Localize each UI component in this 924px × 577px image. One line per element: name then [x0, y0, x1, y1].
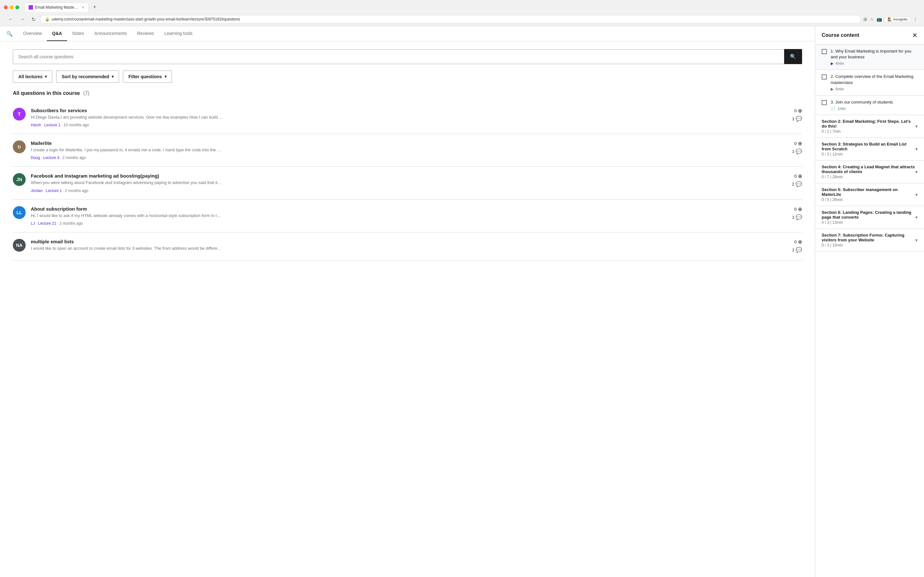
course-item[interactable]: 3. Join our community of students 📄 1min — [815, 95, 924, 115]
upvote-icon[interactable]: ⊕ — [798, 108, 802, 114]
section-item-s3[interactable]: Section 3: Strategies to Build an Email … — [815, 138, 924, 161]
comment-stat: 1 💬 — [792, 148, 802, 155]
tab-notes[interactable]: Notes — [67, 26, 89, 41]
upvote-stat: 0 ⊕ — [795, 239, 802, 245]
question-stats: 0 ⊕ 1 💬 — [783, 239, 802, 253]
avatar: D — [13, 140, 26, 153]
author-link[interactable]: Doug — [31, 155, 40, 160]
sort-filter[interactable]: Sort by recommended ▾ — [56, 71, 119, 83]
comment-icon: 💬 — [796, 214, 802, 220]
search-submit-btn[interactable]: 🔍 — [784, 49, 802, 64]
search-input[interactable] — [13, 49, 784, 64]
question-title[interactable]: Subscribers for services — [31, 108, 778, 113]
question-title[interactable]: Facebook and Instagram marketing ad boos… — [31, 173, 778, 179]
author-link[interactable]: Jordan — [31, 189, 43, 193]
filter-row: All lectures ▾ Sort by recommended ▾ Fil… — [13, 71, 802, 83]
question-body: About subscription form Hi, I would like… — [31, 206, 778, 226]
play-icon: ▶ — [830, 87, 834, 91]
upvote-stat: 0 ⊕ — [795, 140, 802, 147]
lesson-title: 3. Join our community of students — [830, 99, 918, 105]
sidebar-header: Course content ✕ — [815, 26, 924, 45]
browser-tab[interactable]: Email Marketing Masterclass: S × — [24, 3, 89, 12]
question-list: T Subscribers for services Hi Diego Davi… — [13, 101, 802, 261]
lecture-link[interactable]: Lecture 4 — [43, 155, 59, 160]
close-window-btn[interactable] — [4, 5, 8, 9]
comment-count: 2 — [792, 182, 795, 187]
bookmark-btn[interactable]: ☆ — [870, 17, 874, 22]
filter-questions-btn[interactable]: Filter questions ▾ — [123, 71, 172, 83]
play-icon: ▶ — [830, 61, 834, 66]
section-item-s7[interactable]: Section 7: Subscription Forms: Capturing… — [815, 229, 924, 251]
question-title[interactable]: About subscription form — [31, 206, 778, 211]
upvote-count: 0 — [795, 174, 796, 179]
question-title[interactable]: Mailerlite — [31, 140, 778, 146]
menu-btn[interactable]: ⋮ — [913, 17, 918, 22]
lecture-link[interactable]: Lecture 21 — [38, 221, 57, 226]
search-icon[interactable]: 🔍 — [6, 31, 13, 37]
section-meta: 0 / 5 | 26min — [822, 197, 915, 202]
upvote-icon[interactable]: ⊕ — [798, 173, 802, 179]
lesson-checkbox[interactable] — [822, 100, 827, 105]
address-bar[interactable]: 🔒 udemy.com/course/email-marketing-maste… — [40, 15, 861, 23]
tab-qa[interactable]: Q&A — [47, 26, 67, 41]
section-title-text: Section 5: Subscriber management on Mail… — [822, 187, 915, 197]
reload-btn[interactable]: ↻ — [29, 16, 37, 23]
section-item-s2[interactable]: Section 2: Email Marketing: First Steps.… — [815, 115, 924, 138]
upvote-icon[interactable]: ⊕ — [798, 140, 802, 147]
author-link[interactable]: LJ — [31, 221, 35, 226]
lesson-checkbox[interactable] — [822, 49, 827, 54]
question-stats: 0 ⊕ 2 💬 — [783, 173, 802, 187]
upvote-count: 0 — [795, 207, 796, 211]
question-preview: I would like to open an account to creat… — [31, 245, 778, 251]
extensions-btn[interactable]: ⊞ — [863, 17, 867, 22]
minimize-window-btn[interactable] — [10, 5, 13, 9]
upvote-stat: 0 ⊕ — [795, 173, 802, 179]
content-area: 🔍 Overview Q&A Notes Announcements Revie… — [0, 26, 815, 577]
comment-icon: 💬 — [796, 181, 802, 187]
avatar: T — [13, 108, 26, 121]
new-tab-btn[interactable]: + — [91, 4, 99, 11]
lecture-link[interactable]: Lecture 1 — [44, 123, 60, 127]
question-title[interactable]: multiple email lists — [31, 239, 778, 244]
avatar: NA — [13, 239, 26, 251]
lesson-meta: 📄 1min — [830, 106, 918, 111]
avatar: JN — [13, 173, 26, 186]
qa-section: 🔍 All lectures ▾ Sort by recommended ▾ F… — [0, 41, 815, 268]
maximize-window-btn[interactable] — [15, 5, 19, 9]
section-heading: All questions in this course (7) — [13, 90, 802, 96]
section-title-text: Section 6: Landing Pages: Creating a lan… — [822, 210, 915, 219]
tab-announcements[interactable]: Announcements — [89, 26, 132, 41]
sidebar-close-btn[interactable]: ✕ — [912, 31, 918, 39]
lesson-checkbox[interactable] — [822, 74, 827, 79]
all-lectures-label: All lectures — [18, 74, 42, 79]
tab-favicon — [29, 5, 33, 10]
comment-icon: 💬 — [796, 116, 802, 122]
author-link[interactable]: Harsh — [31, 123, 41, 127]
cast-btn[interactable]: 📺 — [877, 17, 882, 22]
back-btn[interactable]: ← — [6, 16, 15, 23]
lecture-link[interactable]: Lecture 1 — [46, 189, 62, 193]
chevron-down-icon: ▾ — [915, 169, 918, 174]
section-item-s4[interactable]: Section 4: Creating a Lead Magnet that a… — [815, 161, 924, 183]
upvote-icon[interactable]: ⊕ — [798, 206, 802, 212]
url-text: udemy.com/course/email-marketing-masterc… — [52, 17, 856, 21]
sidebar: Course content ✕ 1. Why Email Marketing … — [815, 26, 924, 577]
section-meta: 0 / 3 | 13min — [822, 220, 915, 225]
section-item-s6[interactable]: Section 6: Landing Pages: Creating a lan… — [815, 206, 924, 229]
all-lectures-filter[interactable]: All lectures ▾ — [13, 71, 52, 83]
question-item: NA multiple email lists I would like to … — [13, 232, 802, 261]
question-preview: When you were talking about Facebook and… — [31, 180, 778, 185]
section-meta: 0 / 7 | 28min — [822, 175, 915, 179]
section-item-s5[interactable]: Section 5: Subscriber management on Mail… — [815, 183, 924, 206]
course-item[interactable]: 2. Complete overview of the Email Market… — [815, 70, 924, 95]
question-stats: 0 ⊕ 1 💬 — [783, 108, 802, 122]
comment-count: 1 — [792, 149, 795, 154]
course-item[interactable]: 1. Why Email Marketing is important for … — [815, 45, 924, 70]
upvote-icon[interactable]: ⊕ — [798, 239, 802, 245]
forward-btn[interactable]: → — [18, 16, 27, 23]
tab-learning-tools[interactable]: Learning tools — [159, 26, 198, 41]
tab-reviews[interactable]: Reviews — [132, 26, 159, 41]
question-body: Subscribers for services Hi Diego Davila… — [31, 108, 778, 127]
tab-overview[interactable]: Overview — [18, 26, 47, 41]
tab-close-btn[interactable]: × — [82, 5, 84, 10]
